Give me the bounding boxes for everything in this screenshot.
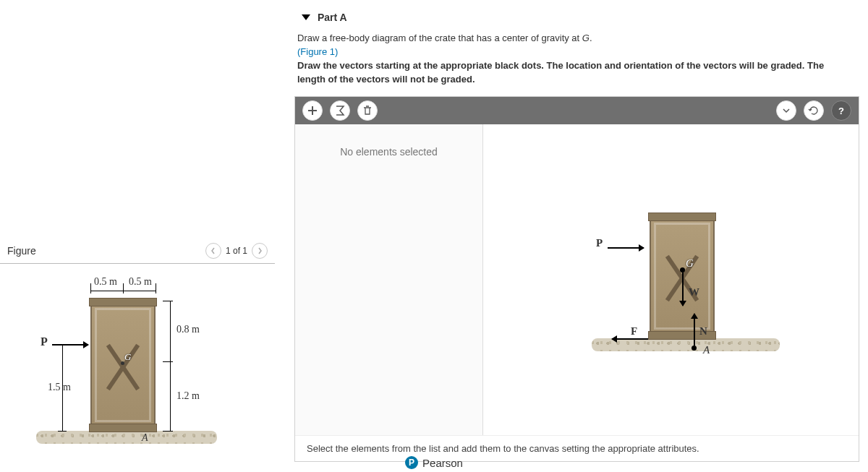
drawing-toolbar: ?: [295, 97, 859, 124]
canvas-diagram: P G W F N A: [592, 197, 780, 385]
part-title: Part A: [318, 12, 347, 23]
properties-placeholder: No elements selected: [340, 146, 438, 158]
help-icon: ?: [838, 106, 844, 116]
force-p-arrow: [52, 344, 88, 346]
dim-tick: [163, 361, 173, 362]
dim-tick: [90, 283, 91, 293]
crate-cross: [96, 309, 150, 421]
instruction-bold: Draw the vectors starting at the appropr…: [297, 60, 824, 85]
caret-down-icon: [780, 105, 792, 116]
crate-top: [89, 298, 157, 306]
drawing-canvas-row: No elements selected P G: [295, 124, 859, 435]
dim-line: [90, 291, 156, 291]
chevron-left-icon: [210, 247, 217, 254]
canvas-f-label: F: [631, 325, 637, 338]
canvas-w-arrow: [682, 273, 684, 306]
footer: P Pearson: [0, 456, 868, 469]
canvas-n-label: N: [699, 325, 707, 338]
figure-next-button[interactable]: [252, 243, 268, 259]
add-icon: [307, 105, 318, 116]
g-dot: [121, 361, 124, 365]
figure-title: Figure: [7, 245, 36, 257]
dim-line: [170, 361, 171, 431]
trash-icon: [362, 105, 373, 116]
dim-half-width-right: 0.5 m: [129, 276, 152, 288]
footer-brand: Pearson: [422, 457, 463, 469]
dim-top-offset: 0.8 m: [176, 324, 200, 335]
figure-pager-text: 1 of 1: [226, 246, 247, 256]
figure-prev-button[interactable]: [205, 243, 221, 259]
dim-force-height: 1.5 m: [48, 382, 71, 393]
dim-bottom-offset: 1.2 m: [176, 390, 200, 402]
crate: [90, 304, 156, 426]
dim-half-width-left: 0.5 m: [94, 276, 117, 288]
instructions: Draw a free-body diagram of the crate th…: [294, 29, 844, 93]
figure-panel: Figure 1 of 1 G 0.5 m 0.5 m: [0, 0, 286, 472]
g-label: G: [124, 351, 131, 363]
add-vector-button[interactable]: [302, 100, 323, 121]
canvas-p-label: P: [596, 237, 603, 249]
dim-line: [170, 301, 171, 361]
part-header[interactable]: Part A: [294, 7, 859, 29]
figure-header: Figure 1 of 1: [0, 239, 275, 264]
canvas-f-arrow: [612, 338, 648, 340]
help-button[interactable]: ?: [831, 100, 851, 121]
crate-top: [648, 213, 716, 221]
delete-button[interactable]: [357, 100, 378, 121]
question-panel: Part A Draw a free-body diagram of the c…: [286, 0, 868, 472]
canvas-a-label: A: [703, 344, 710, 356]
drawing-widget: ? No elements selected P: [294, 96, 859, 462]
dim-tick: [163, 301, 173, 301]
force-p-label: P: [41, 335, 48, 348]
crate-bottom: [89, 424, 157, 432]
canvas-g-label: G: [686, 257, 694, 270]
dim-tick: [58, 431, 67, 432]
dim-tick: [156, 283, 156, 293]
instruction-var: G: [582, 33, 590, 43]
sigma-icon: [334, 105, 346, 116]
figure-diagram: G 0.5 m 0.5 m 0.8 m 1.2 m 1.5 m P A: [22, 275, 260, 463]
canvas-w-label: W: [689, 286, 699, 299]
collapse-icon: [302, 14, 310, 20]
instruction-line1a: Draw a free-body diagram of the crate th…: [297, 33, 582, 43]
point-a-label: A: [142, 432, 148, 444]
dim-tick: [123, 283, 124, 293]
chevron-right-icon: [256, 247, 263, 254]
reset-icon: [808, 105, 820, 116]
sum-button[interactable]: [330, 100, 350, 121]
figure-pager: 1 of 1: [205, 243, 268, 259]
reset-button[interactable]: [804, 100, 824, 121]
dropdown-button[interactable]: [776, 100, 796, 121]
canvas-area[interactable]: P G W F N A: [483, 124, 859, 435]
canvas-ground: [592, 338, 780, 351]
canvas-n-arrow: [694, 314, 695, 346]
properties-panel: No elements selected: [295, 124, 483, 435]
canvas-p-arrow: [608, 247, 644, 249]
instruction-line1b: .: [590, 33, 592, 43]
dim-tick: [163, 431, 173, 432]
ground-texture: [36, 431, 217, 444]
pearson-logo-icon: P: [405, 456, 418, 469]
figure-ref-link[interactable]: (Figure 1): [297, 46, 338, 57]
